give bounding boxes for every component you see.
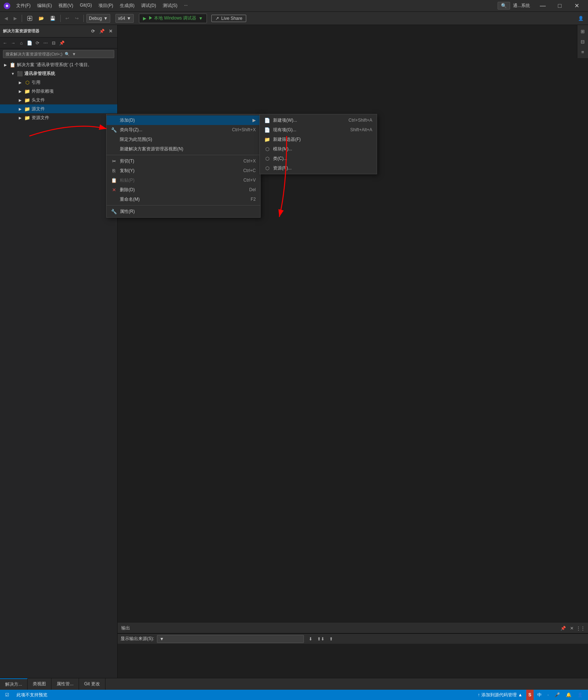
sub-module-icon: ⬡ [264,146,270,152]
menu-test[interactable]: 测试(S) [160,2,180,10]
check-icon: ☑ [5,692,9,697]
ctx-rename-icon [111,196,117,202]
profile-button[interactable]: 👤 [576,14,586,23]
more-options-icon[interactable]: ⋯ [42,39,49,47]
title-bar: 文件(F) 编辑(E) 视图(V) Git(G) 项目(P) 生成(B) 调试(… [0,0,588,12]
sub-resource[interactable]: ⬡ 资源(R)... [260,163,377,173]
status-no-preview[interactable]: 此项不支持预览 [14,690,50,700]
status-no-preview-label: 此项不支持预览 [17,692,47,698]
title-search[interactable]: 🔍 [498,2,510,10]
toolbar-redo[interactable]: ↪ [73,14,81,23]
arch-dropdown[interactable]: x64 ▼ [115,14,133,23]
refresh-icon[interactable]: ⟳ [34,39,41,47]
menu-view[interactable]: 视图(V) [55,2,76,10]
sync-icon[interactable]: ⟳ [89,28,97,35]
resources-icon: 📁 [24,115,30,121]
sub-existitem-label: 现有项(G)... [273,127,347,133]
status-sogou[interactable]: S [526,690,534,700]
ctx-class-wizard[interactable]: 🔧 类向导(Z)... Ctrl+Shift+X [107,125,260,135]
status-person[interactable]: 👤 [575,690,585,700]
menu-build[interactable]: 生成(B) [117,2,137,10]
tab-class-view[interactable]: 类视图 [28,678,51,690]
run-button[interactable]: ▶ ▶ 本地 Windows 调试器 ▼ [139,14,207,23]
search-icon: 🔍 [501,3,507,8]
ctx-delete[interactable]: ✕ 删除(D) Del [107,185,260,194]
bell-icon: 🔔 [566,692,571,697]
maximize-button[interactable]: □ [551,0,568,12]
menu-more[interactable]: ··· [181,2,191,10]
sub-module[interactable]: ⬡ 模块(M)... [260,144,377,154]
search-box[interactable]: 搜索解决方案资源管理器(Ctrl+;) 🔍 ▼ [3,50,114,58]
panel-close-icon[interactable]: ✕ [107,28,114,35]
output-pin-icon[interactable]: 📌 [559,625,567,632]
ctx-cut-label: 剪切(T) [120,158,240,164]
sogou-icon: S [528,692,531,697]
output-toolbar-3[interactable]: ⬆ [327,635,335,643]
ctx-add-label: 添加(D) [120,117,248,124]
toolbar-open[interactable]: 📂 [36,14,46,23]
minimize-button[interactable]: — [534,0,551,12]
pin-icon[interactable]: 📌 [98,28,105,35]
ctx-rename[interactable]: 重命名(M) F2 [107,194,260,204]
sub-new-item[interactable]: 📄 新建项(W)... Ctrl+Shift+A [260,115,377,125]
tree-ref[interactable]: ▶ ⬡ 引用 [0,78,117,87]
toolbar-back[interactable]: ◀ [2,14,10,23]
tree-solution[interactable]: ▶ 📋 解决方案 '通讯录管理系统' (1 个项目, [0,60,117,69]
pin2-icon[interactable]: 📌 [58,39,65,47]
side-btn-3[interactable]: ≡ [578,47,588,57]
status-check-icon[interactable]: ☑ [3,690,11,700]
output-source-dropdown[interactable]: ▼ [157,635,304,643]
tree-headers[interactable]: ▶ 📁 头文件 [0,96,117,104]
show-all-files-icon[interactable]: 📄 [26,39,33,47]
toolbar-save-all[interactable]: 💾 [48,14,58,23]
tab-solution[interactable]: 解决方... [0,678,28,690]
sub-class[interactable]: ⬡ 类(C)... [260,154,377,163]
status-notif[interactable]: 🔔 [564,690,574,700]
tree-external-deps[interactable]: ▶ 📁 外部依赖项 [0,87,117,96]
collapse-all-icon[interactable]: ⊟ [50,39,57,47]
ctx-new-view[interactable]: 新建解决方案资源管理器视图(N) [107,144,260,154]
ref-expand-icon: ▶ [18,80,23,85]
nav-back-icon[interactable]: ← [1,39,9,47]
menu-edit[interactable]: 编辑(E) [34,2,55,10]
toolbar-new-project[interactable] [25,14,35,23]
output-more-icon[interactable]: ⋮⋮ [577,625,584,632]
tab-properties[interactable]: 属性管... [51,678,79,690]
sub-new-filter[interactable]: 📁 新建筛选器(F) [260,135,377,144]
status-mic[interactable]: 🎤 [552,690,562,700]
project-expand-icon: ▼ [10,71,15,76]
menu-file[interactable]: 文件(F) [13,2,33,10]
status-dot1[interactable]: · [545,690,551,700]
output-close-icon[interactable]: ✕ [568,625,576,632]
status-source-control[interactable]: ↑ 添加到源代码管理 ▲ [476,690,525,700]
toolbar-forward[interactable]: ▶ [11,14,19,23]
home-icon[interactable]: ⌂ [18,39,25,47]
tree-resources[interactable]: ▶ 📁 资源文件 [0,113,117,122]
ctx-scope[interactable]: 限定为此范围(S) [107,135,260,144]
ctx-copy[interactable]: ⎘ 复制(Y) Ctrl+C [107,166,260,175]
output-toolbar-1[interactable]: ⬇ [307,635,314,643]
tab-git[interactable]: Git 更改 [79,678,105,690]
side-btn-1[interactable]: ⊞ [578,26,588,36]
sub-existing-item[interactable]: 📄 现有项(G)... Shift+Alt+A [260,125,377,135]
menu-debug[interactable]: 调试(D) [138,2,159,10]
menu-project[interactable]: 项目(P) [96,2,116,10]
ctx-delete-icon: ✕ [111,187,117,193]
tree-project[interactable]: ▼ ⬛ 通讯录管理系统 [0,69,117,78]
nav-forward-icon[interactable]: → [10,39,17,47]
ctx-add[interactable]: 添加(D) ▶ [107,115,260,125]
live-share-button[interactable]: ↗ Live Share [211,15,246,22]
status-zh[interactable]: 中 [535,690,544,700]
toolbar-undo[interactable]: ↩ [63,14,71,23]
menu-git[interactable]: Git(G) [77,2,95,10]
ctx-scope-icon [111,136,117,142]
ctx-cut[interactable]: ✂ 剪切(T) Ctrl+X [107,156,260,166]
ctx-copy-shortcut: Ctrl+C [243,168,256,173]
side-btn-2[interactable]: ⊟ [578,37,588,46]
tree-sources[interactable]: ▶ 📁 源文件 [0,104,117,113]
ctx-properties[interactable]: 🔧 属性(R) [107,207,260,216]
output-toolbar-2[interactable]: ⬆⬇ [317,635,325,643]
close-button[interactable]: ✕ [568,0,585,12]
debug-config-dropdown[interactable]: Debug ▼ [86,14,110,23]
ctx-newview-icon [111,146,117,152]
